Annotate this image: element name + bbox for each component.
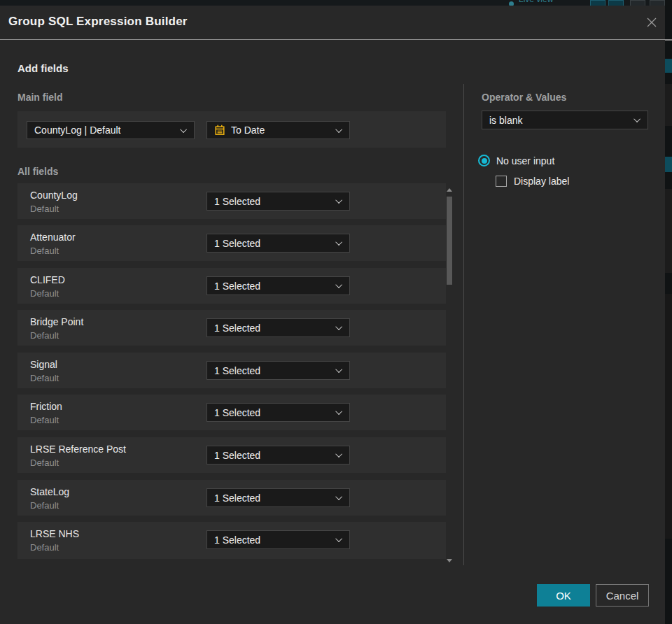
scrollbar-down-arrow-icon[interactable] xyxy=(447,559,452,562)
field-row-countylog: CountyLog Default 1 Selected xyxy=(18,183,446,219)
panel-divider xyxy=(463,84,464,565)
close-icon xyxy=(645,16,658,29)
field-select[interactable]: 1 Selected xyxy=(206,234,350,253)
field-name: Friction xyxy=(30,401,62,412)
field-row-lrse-nhs: LRSE NHS Default 1 Selected xyxy=(18,522,446,559)
field-sublabel: Default xyxy=(30,542,59,553)
background-fragment xyxy=(665,39,672,41)
field-sublabel: Default xyxy=(30,500,59,511)
field-select-value: 1 Selected xyxy=(214,450,337,461)
group-sql-expression-builder-dialog: Group SQL Expression Builder Add fields … xyxy=(0,6,665,624)
field-select[interactable]: 1 Selected xyxy=(206,318,350,337)
main-field-panel: CountyLog | Default To Date xyxy=(18,111,446,148)
main-field-label: Main field xyxy=(18,92,63,103)
field-sublabel: Default xyxy=(30,458,59,468)
chevron-down-icon xyxy=(335,126,342,133)
display-label-label: Display label xyxy=(514,176,569,187)
background-fragment xyxy=(665,294,672,539)
field-name: Bridge Point xyxy=(30,316,83,327)
live-view-label: Live view xyxy=(519,0,582,6)
cancel-button[interactable]: Cancel xyxy=(596,584,649,607)
all-fields-label: All fields xyxy=(18,166,58,177)
no-user-input-radio[interactable]: No user input xyxy=(478,155,554,166)
field-select-value: 1 Selected xyxy=(214,196,337,207)
field-select-value: 1 Selected xyxy=(214,534,337,546)
no-user-input-label: No user input xyxy=(496,155,554,166)
operator-values-label: Operator & Values xyxy=(482,92,566,103)
display-label-checkbox[interactable]: Display label xyxy=(496,176,569,187)
field-name: LRSE Reference Post xyxy=(30,444,126,455)
field-row-attenuator: Attenuator Default 1 Selected xyxy=(18,225,446,261)
background-fragment xyxy=(665,157,672,172)
field-row-lrse-reference-post: LRSE Reference Post Default 1 Selected xyxy=(18,437,446,473)
radio-selected-icon xyxy=(478,155,490,166)
field-select[interactable]: 1 Selected xyxy=(206,276,350,295)
field-select[interactable]: 1 Selected xyxy=(206,530,350,549)
ok-button[interactable]: OK xyxy=(537,584,590,607)
dialog-title: Group SQL Expression Builder xyxy=(8,15,188,29)
field-sublabel: Default xyxy=(30,373,59,383)
field-row-bridge-point: Bridge Point Default 1 Selected xyxy=(18,310,446,346)
background-fragment xyxy=(665,189,672,273)
background-fragment xyxy=(665,84,672,126)
field-name: Attenuator xyxy=(30,232,76,243)
background-fragment xyxy=(665,59,672,73)
checkbox-unchecked-icon xyxy=(496,176,507,187)
date-field-select[interactable]: To Date xyxy=(206,121,350,139)
field-name: CountyLog xyxy=(30,190,78,201)
background-button-fragment xyxy=(650,0,665,6)
background-button-fragment xyxy=(590,0,606,6)
operator-select-value: is blank xyxy=(489,115,636,126)
field-select[interactable]: 1 Selected xyxy=(206,446,350,465)
background-app-top-strip: Live view xyxy=(0,0,672,6)
field-select-value: 1 Selected xyxy=(214,322,337,334)
background-button-fragment xyxy=(630,0,645,6)
field-sublabel: Default xyxy=(30,204,59,214)
field-select-value: 1 Selected xyxy=(214,492,337,504)
background-button-fragment xyxy=(608,0,624,6)
scrollbar-up-arrow-icon[interactable] xyxy=(447,188,452,192)
calendar-icon xyxy=(214,125,225,136)
field-sublabel: Default xyxy=(30,246,59,256)
field-row-clifed: CLIFED Default 1 Selected xyxy=(18,268,446,304)
field-select[interactable]: 1 Selected xyxy=(206,192,350,211)
field-select-value: 1 Selected xyxy=(214,365,337,376)
main-field-select-value: CountyLog | Default xyxy=(34,125,182,136)
field-row-friction: Friction Default 1 Selected xyxy=(18,395,446,430)
add-fields-heading: Add fields xyxy=(18,62,69,74)
field-sublabel: Default xyxy=(30,288,59,299)
field-name: LRSE NHS xyxy=(30,528,79,539)
field-select[interactable]: 1 Selected xyxy=(206,488,350,507)
close-button[interactable] xyxy=(641,11,662,34)
field-name: StateLog xyxy=(30,486,69,497)
title-divider xyxy=(0,39,665,40)
field-select[interactable]: 1 Selected xyxy=(206,403,350,422)
background-app-right-strip xyxy=(665,0,672,624)
field-name: Signal xyxy=(30,359,57,370)
field-select-value: 1 Selected xyxy=(214,238,337,249)
field-name: CLIFED xyxy=(30,274,65,285)
field-select-value: 1 Selected xyxy=(214,281,337,292)
field-sublabel: Default xyxy=(30,415,59,425)
dialog-title-bar: Group SQL Expression Builder xyxy=(0,6,665,40)
date-field-select-value: To Date xyxy=(231,125,332,136)
scrollbar-thumb[interactable] xyxy=(447,197,452,285)
list-scrollbar[interactable] xyxy=(445,184,453,565)
field-row-statelog: StateLog Default 1 Selected xyxy=(18,480,446,516)
operator-select[interactable]: is blank xyxy=(482,111,648,129)
main-field-select[interactable]: CountyLog | Default xyxy=(27,121,195,139)
field-row-signal: Signal Default 1 Selected xyxy=(18,353,446,388)
field-select[interactable]: 1 Selected xyxy=(206,361,350,380)
field-sublabel: Default xyxy=(30,330,59,341)
field-select-value: 1 Selected xyxy=(214,407,337,418)
